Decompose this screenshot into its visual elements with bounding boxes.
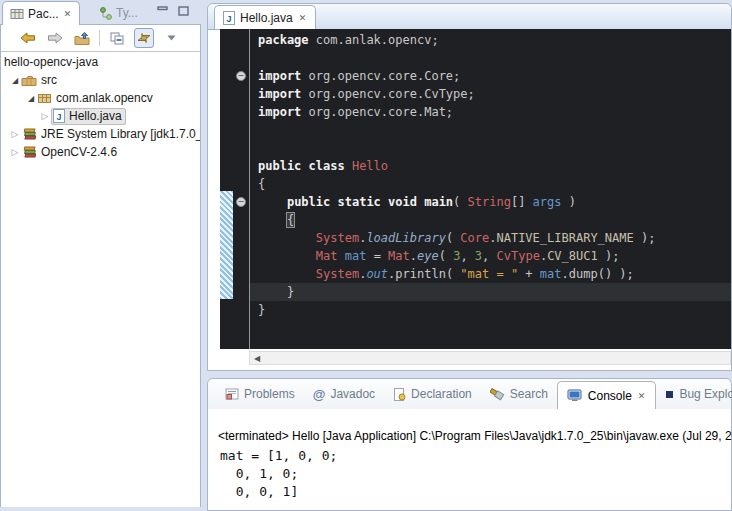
collapsed-arrow-icon[interactable]: ▷ — [9, 129, 21, 139]
view-window-buttons — [157, 6, 189, 16]
tab-declaration[interactable]: Declaration — [384, 379, 481, 409]
collapsed-arrow-icon[interactable]: ▷ — [9, 147, 21, 157]
code-line: { — [250, 211, 731, 229]
code-token: eye — [417, 249, 439, 263]
fold-collapse-icon[interactable]: – — [236, 71, 246, 81]
code-line — [250, 139, 731, 157]
tree-item-hello-java[interactable]: ▷JHello.java — [1, 107, 200, 125]
tree-item-src[interactable]: ◢src — [1, 71, 200, 89]
tab-package-explorer[interactable]: Pac... ✕ — [2, 1, 80, 25]
code-token — [258, 213, 287, 227]
folding-ruler: –– — [233, 29, 250, 349]
tab-label: Bug Explorer — [679, 387, 732, 401]
editor-horizontal-scrollbar[interactable]: ◀ — [249, 351, 731, 365]
tree-item-opencv-2-4-6[interactable]: ▷OpenCV-2.4.6 — [1, 143, 200, 161]
tab-label: Pac... — [28, 7, 59, 21]
code-token: import — [258, 105, 301, 119]
tab-search[interactable]: Search — [481, 379, 557, 409]
code-line: public static void main( String[] args ) — [250, 193, 731, 211]
code-token: Mat — [316, 249, 338, 263]
link-with-editor-icon[interactable] — [134, 28, 154, 48]
code-token: CV_8UC1 — [547, 249, 598, 263]
tree-item-hello-opencv-java[interactable]: hello-opencv-java — [1, 53, 200, 71]
tab-hello-java[interactable]: J Hello.java ✕ — [214, 5, 316, 29]
tab-label: Console — [588, 389, 632, 403]
tree-item-label: src — [41, 73, 57, 87]
package-explorer-icon — [10, 8, 24, 20]
close-icon[interactable]: ✕ — [637, 391, 647, 401]
tree-item-label: com.anlak.opencv — [56, 91, 153, 105]
editor-tab-label: Hello.java — [240, 11, 293, 25]
tree-item-content: OpenCV-2.4.6 — [21, 145, 117, 159]
tree-item-com-anlak-opencv[interactable]: ◢com.anlak.opencv — [1, 89, 200, 107]
code-token: System — [316, 267, 359, 281]
package-explorer-body: hello-opencv-java◢src◢com.anlak.opencv▷J… — [0, 24, 201, 507]
code-editor[interactable]: –– package com.anlak.opencv;import org.o… — [220, 29, 731, 349]
close-icon[interactable]: ✕ — [298, 13, 308, 23]
project-tree: hello-opencv-java◢src◢com.anlak.opencv▷J… — [1, 53, 200, 503]
forward-icon[interactable] — [45, 28, 65, 48]
console-view: Problems@JavadocDeclarationSearchConsole… — [207, 378, 732, 511]
expanded-arrow-icon[interactable]: ◢ — [25, 94, 37, 103]
minimize-icon[interactable] — [157, 6, 168, 16]
code-token: "mat = " — [460, 267, 518, 281]
close-icon[interactable]: ✕ — [63, 9, 73, 19]
code-token: = — [366, 249, 388, 263]
fold-collapse-icon[interactable]: – — [236, 197, 246, 207]
code-token: , — [460, 249, 474, 263]
code-line — [250, 121, 731, 139]
code-token: ( — [439, 249, 453, 263]
tab-type-hierarchy[interactable]: Ty... — [92, 1, 145, 25]
up-icon[interactable] — [72, 28, 92, 48]
code-token — [258, 195, 287, 209]
tab-bug-explorer[interactable]: Bug Explorer — [656, 379, 732, 409]
package-icon — [37, 92, 52, 104]
tab-label: Problems — [244, 387, 295, 401]
collapsed-arrow-icon[interactable]: ▷ — [39, 111, 51, 121]
code-token: ( — [446, 267, 460, 281]
bottom-tab-strip: Problems@JavadocDeclarationSearchConsole… — [208, 379, 731, 409]
code-token: NATIVE_LIBRARY_NAME — [496, 231, 633, 245]
code-token: System — [316, 231, 359, 245]
javadoc-icon: @ — [313, 387, 326, 402]
code-lines: package com.anlak.opencv;import org.open… — [250, 31, 731, 319]
code-token: { — [258, 177, 265, 191]
library-icon — [21, 146, 37, 159]
code-token: ); — [598, 249, 620, 263]
tab-label: Ty... — [116, 6, 138, 20]
tree-item-content: hello-opencv-java — [4, 55, 98, 69]
code-token — [258, 231, 316, 245]
tree-item-jre-system-library-jdk1-7-0-25[interactable]: ▷JRE System Library [jdk1.7.0_25] — [1, 125, 200, 143]
tab-console[interactable]: Console✕ — [557, 381, 657, 409]
console-process-header: <terminated> Hello [Java Application] C:… — [218, 429, 731, 443]
code-token: main — [424, 195, 453, 209]
problems-icon — [225, 388, 239, 400]
code-token: println — [395, 267, 446, 281]
code-line: Mat mat = Mat.eye( 3, 3, CvType.CV_8UC1 … — [250, 247, 731, 265]
back-icon[interactable] — [18, 28, 38, 48]
code-token: { — [287, 213, 294, 227]
tab-problems[interactable]: Problems — [216, 379, 304, 409]
code-token: String — [468, 195, 511, 209]
collapse-all-icon[interactable] — [107, 28, 127, 48]
code-line: package com.anlak.opencv; — [250, 31, 731, 49]
code-token: . — [410, 249, 417, 263]
code-token: import — [258, 69, 301, 83]
expanded-arrow-icon[interactable]: ◢ — [9, 76, 21, 85]
code-token: com.anlak.opencv; — [309, 33, 439, 47]
code-token: ); — [634, 231, 656, 245]
scroll-left-arrow-icon[interactable]: ◀ — [250, 352, 264, 364]
tab-label: Search — [510, 387, 548, 401]
library-icon — [21, 128, 37, 141]
code-token: args — [533, 195, 562, 209]
view-menu-icon[interactable] — [161, 28, 181, 48]
tab-javadoc[interactable]: @Javadoc — [304, 379, 384, 409]
code-line — [250, 49, 731, 67]
code-line: import org.opencv.core.Core; — [250, 67, 731, 85]
code-token: ( — [446, 231, 460, 245]
code-token — [337, 249, 344, 263]
code-line-current: } — [250, 283, 731, 301]
bug-square-icon — [665, 390, 674, 399]
java-file-icon: J — [53, 109, 65, 123]
maximize-icon[interactable] — [178, 6, 189, 16]
